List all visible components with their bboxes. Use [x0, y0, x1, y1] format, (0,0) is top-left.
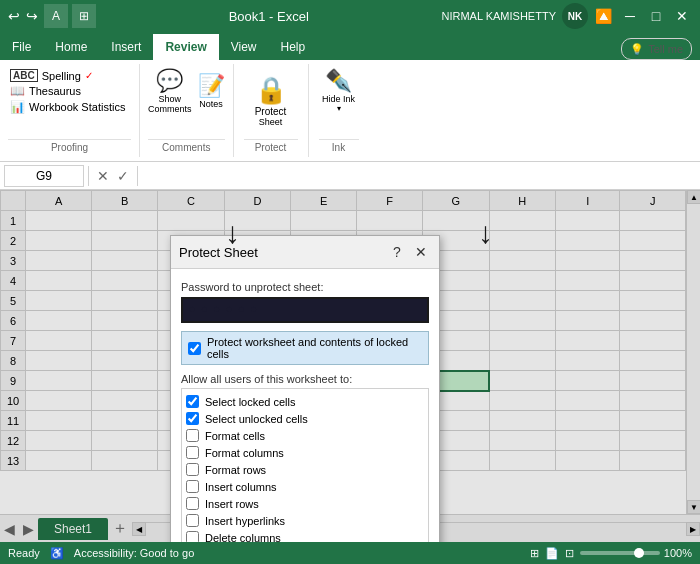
- dialog-overlay: Protect Sheet ? ✕ Password to unprotect …: [0, 190, 700, 542]
- formula-input[interactable]: [142, 169, 696, 183]
- formula-divider: [88, 166, 89, 186]
- notes-label: Notes: [199, 99, 223, 109]
- lightbulb-icon: 💡: [630, 43, 644, 56]
- hide-label: Hide Ink: [322, 94, 355, 104]
- table-button[interactable]: ⊞: [72, 4, 96, 28]
- user-initials: NK: [568, 11, 582, 22]
- checkmark-icon: ✓: [85, 70, 93, 81]
- status-left: Ready ♿ Accessibility: Good to go: [8, 547, 194, 560]
- tab-insert[interactable]: Insert: [99, 34, 153, 60]
- option-label-format-cells: Format cells: [205, 430, 265, 442]
- filename-label: Book1 - Excel: [229, 9, 309, 24]
- maximize-button[interactable]: □: [646, 6, 666, 26]
- dialog-controls: ? ✕: [387, 242, 431, 262]
- tab-help[interactable]: Help: [269, 34, 318, 60]
- option-delete-columns: Delete columns: [186, 529, 424, 542]
- checkbox-insert-rows[interactable]: [186, 497, 199, 510]
- thesaurus-button[interactable]: 📖 Thesaurus: [8, 83, 131, 99]
- checkbox-format-rows[interactable]: [186, 463, 199, 476]
- tab-view[interactable]: View: [219, 34, 269, 60]
- zoom-thumb: [634, 548, 644, 558]
- hide-ink-button[interactable]: ✒️ Hide Ink ▾: [322, 68, 355, 113]
- protect-worksheet-row: Protect worksheet and contents of locked…: [181, 331, 429, 365]
- ink-icon: ✒️: [325, 68, 352, 94]
- title-bar-center: Book1 - Excel: [229, 9, 309, 24]
- spelling-icon: ABC: [10, 69, 38, 82]
- app-container: ↩ ↪ A ⊞ Book1 - Excel NIRMAL KAMISHETTY …: [0, 0, 700, 564]
- checkbox-delete-columns[interactable]: [186, 531, 199, 542]
- dialog-close-button[interactable]: ✕: [411, 242, 431, 262]
- password-label: Password to unprotect sheet:: [181, 281, 429, 293]
- option-select-unlocked: Select unlocked cells: [186, 410, 424, 427]
- checkbox-format-cells[interactable]: [186, 429, 199, 442]
- font-color-button[interactable]: A: [44, 4, 68, 28]
- checkbox-format-columns[interactable]: [186, 446, 199, 459]
- ribbon-tab-bar: File Home Insert Review View Help 💡 Tell…: [0, 32, 700, 60]
- ribbon-content: ABC Spelling ✓ 📖 Thesaurus 📊 Workbook St…: [0, 60, 700, 162]
- protect-worksheet-label: Protect worksheet and contents of locked…: [207, 336, 422, 360]
- protect-sublabel: Sheet: [259, 117, 283, 127]
- confirm-formula-button[interactable]: ✓: [113, 166, 133, 186]
- option-format-rows: Format rows: [186, 461, 424, 478]
- protect-group-label: Protect: [244, 139, 298, 153]
- comments-group-label: Comments: [148, 139, 225, 153]
- option-label-select-locked: Select locked cells: [205, 396, 296, 408]
- option-insert-columns: Insert columns: [186, 478, 424, 495]
- zoom-slider[interactable]: [580, 551, 660, 555]
- tell-me-input[interactable]: 💡 Tell me: [621, 38, 692, 60]
- dialog-title-bar: Protect Sheet ? ✕: [171, 236, 439, 269]
- options-list[interactable]: Select locked cells Select unlocked cell…: [181, 388, 429, 542]
- allow-label: Allow all users of this worksheet to:: [181, 373, 429, 385]
- undo-button[interactable]: ↩: [8, 8, 20, 24]
- statistics-icon: 📊: [10, 100, 25, 114]
- dialog-help-button[interactable]: ?: [387, 242, 407, 262]
- view-layout-button[interactable]: 📄: [545, 547, 559, 560]
- view-normal-button[interactable]: ⊞: [530, 547, 539, 560]
- thesaurus-label: Thesaurus: [29, 85, 81, 97]
- option-label-format-columns: Format columns: [205, 447, 284, 459]
- minimize-button[interactable]: ─: [620, 6, 640, 26]
- notes-button[interactable]: 📝 Notes: [198, 73, 225, 109]
- password-input[interactable]: [181, 297, 429, 323]
- user-avatar[interactable]: NK: [562, 3, 588, 29]
- status-bar: Ready ♿ Accessibility: Good to go ⊞ 📄 ⊡ …: [0, 542, 700, 564]
- tab-home[interactable]: Home: [43, 34, 99, 60]
- proofing-group-label: Proofing: [8, 139, 131, 153]
- checkbox-select-locked[interactable]: [186, 395, 199, 408]
- option-label-select-unlocked: Select unlocked cells: [205, 413, 308, 425]
- redo-button[interactable]: ↪: [26, 8, 38, 24]
- cancel-formula-button[interactable]: ✕: [93, 166, 113, 186]
- option-label-insert-rows: Insert rows: [205, 498, 259, 510]
- zoom-label: 100%: [664, 547, 692, 559]
- ribbon-display-button[interactable]: 🔼: [594, 6, 614, 26]
- tab-file[interactable]: File: [0, 34, 43, 60]
- title-bar: ↩ ↪ A ⊞ Book1 - Excel NIRMAL KAMISHETTY …: [0, 0, 700, 32]
- close-button[interactable]: ✕: [672, 6, 692, 26]
- option-insert-hyperlinks: Insert hyperlinks: [186, 512, 424, 529]
- option-format-columns: Format columns: [186, 444, 424, 461]
- protect-worksheet-checkbox[interactable]: [188, 342, 201, 355]
- dropdown-arrow-icon: ▾: [337, 104, 341, 113]
- show-comments-button[interactable]: 💬 Show Comments: [148, 68, 192, 114]
- comment-icon: 💬: [156, 68, 183, 94]
- workbook-statistics-button[interactable]: 📊 Workbook Statistics: [8, 99, 131, 115]
- cell-reference-box[interactable]: [4, 165, 84, 187]
- checkbox-insert-hyperlinks[interactable]: [186, 514, 199, 527]
- dialog-body: Password to unprotect sheet: Protect wor…: [171, 269, 439, 542]
- show-comments-label: Show: [159, 94, 182, 104]
- status-right: ⊞ 📄 ⊡ 100%: [530, 547, 692, 560]
- protect-button[interactable]: 🔒 Protect Sheet: [244, 68, 298, 134]
- quick-access-toolbar: A ⊞: [44, 4, 96, 28]
- formula-bar: ✕ ✓: [0, 162, 700, 190]
- checkbox-select-unlocked[interactable]: [186, 412, 199, 425]
- tab-review[interactable]: Review: [153, 34, 218, 60]
- proofing-group: ABC Spelling ✓ 📖 Thesaurus 📊 Workbook St…: [0, 64, 140, 157]
- formula-divider2: [137, 166, 138, 186]
- accessibility-icon: ♿: [50, 547, 64, 560]
- spelling-button[interactable]: ABC Spelling ✓: [8, 68, 131, 83]
- title-bar-left: ↩ ↪ A ⊞: [8, 4, 96, 28]
- checkbox-insert-columns[interactable]: [186, 480, 199, 493]
- option-select-locked: Select locked cells: [186, 393, 424, 410]
- accessibility-label: Accessibility: Good to go: [74, 547, 194, 559]
- view-page-break-button[interactable]: ⊡: [565, 547, 574, 560]
